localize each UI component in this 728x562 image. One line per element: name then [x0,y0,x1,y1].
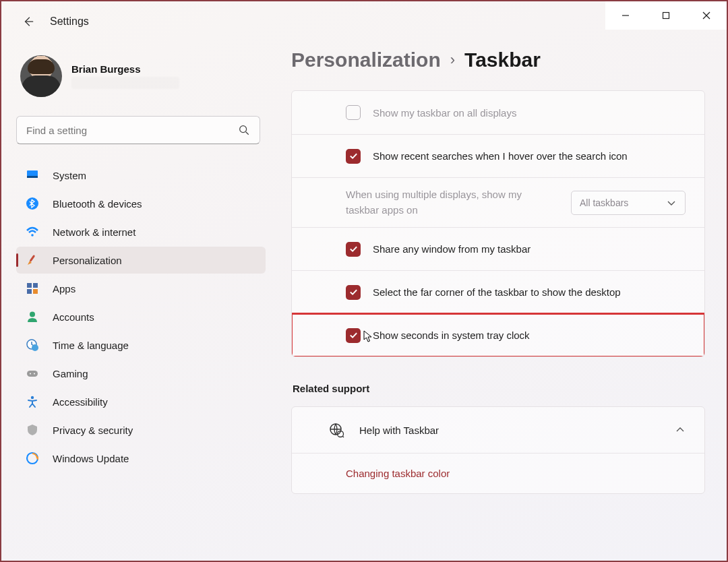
maximize-button[interactable] [646,1,686,30]
link-label: Changing taskbar color [346,468,450,479]
bluetooth-icon [26,197,39,210]
checkbox-unchecked [346,105,361,120]
setting-label: Show recent searches when I hover over t… [373,149,628,163]
sidebar-item-gaming[interactable]: Gaming [16,360,266,387]
setting-label: When using multiple displays, show my ta… [346,187,548,218]
setting-label: Share any window from my taskbar [373,242,530,256]
sidebar-item-accessibility[interactable]: Accessibility [16,388,266,415]
sidebar-item-label: Bluetooth & devices [53,198,142,210]
checkbox-checked[interactable] [346,328,361,343]
accessibility-icon [26,395,39,408]
checkbox-checked[interactable] [346,242,361,257]
sidebar-item-label: Windows Update [53,453,129,464]
svg-point-18 [32,344,38,351]
breadcrumb: Personalization › Taskbar [291,49,705,71]
sidebar-item-label: System [53,170,86,181]
svg-point-22 [31,396,34,399]
sidebar-item-windows-update[interactable]: Windows Update [16,445,266,472]
chevron-right-icon: › [450,51,455,69]
clock-globe-icon [26,338,39,352]
apps-icon [26,282,39,295]
sidebar-item-label: Gaming [53,368,88,379]
sidebar-item-label: Accounts [53,311,94,323]
paintbrush-icon [26,253,39,267]
svg-rect-19 [27,371,38,377]
search-field[interactable] [26,125,238,136]
setting-label: Select the far corner of the taskbar to … [373,285,621,299]
display-icon [26,168,39,182]
svg-point-5 [240,126,247,133]
update-icon [26,451,39,465]
svg-rect-15 [33,289,38,294]
setting-multi-display: When using multiple displays, show my ta… [292,177,704,227]
gamepad-icon [26,367,39,380]
shield-icon [26,423,39,437]
sidebar-item-privacy[interactable]: Privacy & security [16,416,266,443]
multi-display-dropdown: All taskbars [571,191,686,215]
sidebar-item-apps[interactable]: Apps [16,275,266,302]
search-input[interactable] [16,116,260,144]
avatar [20,55,62,97]
setting-show-all-displays: Show my taskbar on all displays [292,91,704,134]
sidebar-item-bluetooth[interactable]: Bluetooth & devices [16,190,266,217]
wifi-icon [26,225,39,239]
svg-rect-12 [27,283,32,288]
link-changing-taskbar-color[interactable]: Changing taskbar color [292,453,704,493]
sidebar-item-label: Personalization [53,255,122,266]
taskbar-behaviors-panel: Show my taskbar on all displays Show rec… [291,90,705,357]
sidebar-item-label: Time & language [53,340,129,351]
svg-point-10 [31,234,34,237]
chevron-down-icon [666,197,677,208]
svg-rect-14 [27,289,32,294]
related-support-heading: Related support [293,383,705,394]
sidebar-item-time-language[interactable]: Time & language [16,332,266,358]
svg-rect-13 [33,283,38,288]
sidebar-item-network[interactable]: Network & internet [16,218,266,245]
checkbox-checked[interactable] [346,149,361,164]
help-with-taskbar[interactable]: Help with Taskbar [292,407,704,453]
help-label: Help with Taskbar [359,425,660,436]
setting-label: Show seconds in system tray clock [373,328,530,342]
svg-point-16 [30,312,35,317]
svg-rect-8 [27,176,38,178]
svg-line-6 [246,132,249,135]
checkbox-checked[interactable] [346,285,361,300]
setting-far-corner[interactable]: Select the far corner of the taskbar to … [292,270,704,313]
profile-block[interactable]: Brian Burgess [16,55,266,97]
chevron-up-icon [675,425,686,435]
setting-label: Show my taskbar on all displays [373,106,516,120]
close-button[interactable] [686,1,727,30]
svg-point-21 [34,373,35,375]
related-support-panel: Help with Taskbar Changing taskbar color [291,406,705,494]
app-title: Settings [50,15,89,28]
profile-email [71,77,179,89]
setting-share-window[interactable]: Share any window from my taskbar [292,227,704,270]
sidebar-item-personalization[interactable]: Personalization [16,247,266,274]
svg-point-20 [30,373,31,375]
svg-rect-11 [29,255,35,262]
setting-recent-searches[interactable]: Show recent searches when I hover over t… [292,134,704,177]
person-icon [26,310,39,323]
svg-rect-1 [663,13,669,19]
sidebar-item-label: Accessibility [53,396,108,408]
profile-name: Brian Burgess [71,63,179,75]
breadcrumb-parent[interactable]: Personalization [291,49,441,71]
minimize-button[interactable] [605,1,646,30]
sidebar-item-accounts[interactable]: Accounts [16,303,266,330]
search-icon [238,124,250,136]
sidebar-item-system[interactable]: System [16,162,266,189]
setting-show-seconds[interactable]: Show seconds in system tray clock [292,313,704,356]
sidebar-item-label: Network & internet [53,226,135,238]
globe-help-icon [328,422,344,438]
sidebar-item-label: Apps [53,283,75,294]
svg-line-27 [342,436,344,437]
breadcrumb-current: Taskbar [464,49,541,71]
back-button[interactable] [22,15,35,28]
sidebar-item-label: Privacy & security [53,425,133,436]
dropdown-value: All taskbars [580,197,628,208]
